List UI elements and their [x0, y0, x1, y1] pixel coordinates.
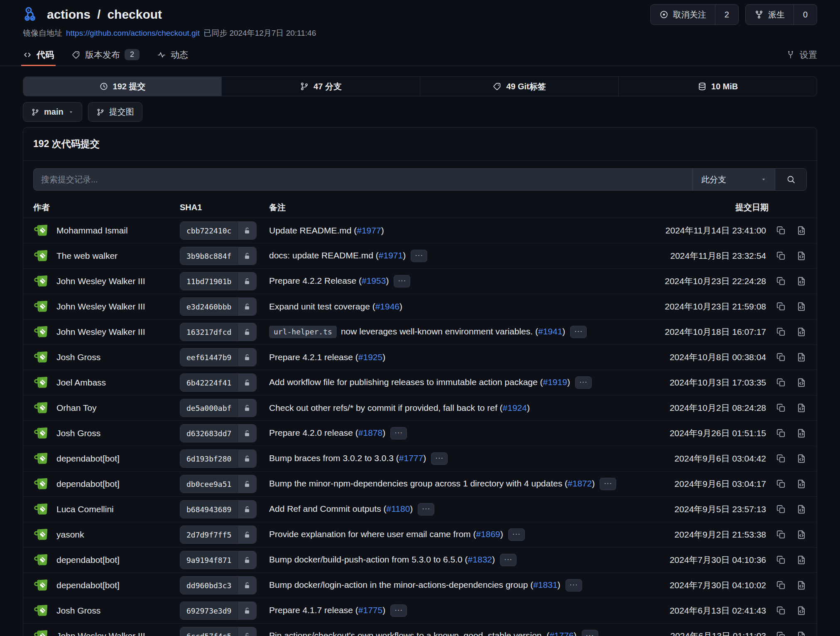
repo-owner-link[interactable]: actions: [47, 7, 91, 22]
issue-link[interactable]: #1180: [386, 504, 410, 513]
search-submit-button[interactable]: [775, 169, 806, 190]
fork-button[interactable]: 派生 0: [745, 4, 817, 25]
browse-source-button[interactable]: [796, 453, 807, 464]
commit-author[interactable]: Josh Gross: [33, 425, 180, 442]
tab-code[interactable]: 代码: [23, 44, 54, 66]
issue-link[interactable]: #1925: [358, 352, 382, 362]
issue-link[interactable]: #1831: [533, 580, 557, 589]
forks-count[interactable]: 0: [793, 5, 817, 25]
browse-source-button[interactable]: [796, 327, 807, 337]
tab-settings[interactable]: 设置: [786, 44, 817, 66]
issue-link[interactable]: #1953: [362, 276, 386, 285]
issue-link[interactable]: #1869: [476, 529, 500, 539]
copy-sha-button[interactable]: [776, 605, 786, 616]
sha-value[interactable]: 6ccd57f4c5: [180, 627, 238, 636]
sha-chip[interactable]: cbb722410c: [180, 221, 257, 240]
issue-link[interactable]: #1946: [375, 302, 399, 311]
sha-chip[interactable]: 163217dfcd: [180, 323, 257, 341]
browse-source-button[interactable]: [796, 225, 807, 236]
copy-sha-button[interactable]: [776, 428, 786, 439]
sha-value[interactable]: 692973e3d9: [180, 602, 238, 619]
sha-value[interactable]: b684943689: [180, 501, 238, 518]
browse-source-button[interactable]: [796, 504, 807, 515]
more-button[interactable]: ···: [431, 452, 448, 465]
more-button[interactable]: ···: [508, 528, 525, 541]
mirror-url-link[interactable]: https://github.com/actions/checkout.git: [66, 29, 200, 38]
watchers-count[interactable]: 2: [715, 5, 738, 25]
sha-chip[interactable]: 6d193bf280: [180, 449, 257, 468]
sha-chip[interactable]: 6ccd57f4c5: [180, 627, 257, 636]
branch-selector[interactable]: main: [23, 102, 82, 122]
sha-chip[interactable]: 9a9194f871: [180, 551, 257, 569]
browse-source-button[interactable]: [796, 352, 807, 363]
sha-value[interactable]: e3d2460bbb: [180, 298, 238, 315]
repo-name-link[interactable]: checkout: [107, 7, 162, 22]
sha-value[interactable]: eef61447b9: [180, 349, 238, 366]
commit-author[interactable]: Mohammad Ismail: [33, 222, 180, 239]
issue-link[interactable]: #1924: [503, 403, 527, 413]
branch-filter-select[interactable]: 此分支: [693, 169, 775, 190]
sha-value[interactable]: dd960bd3c3: [180, 577, 238, 594]
commit-author[interactable]: dependabot[bot]: [33, 476, 180, 492]
sha-chip[interactable]: db0cee9a51: [180, 475, 257, 493]
browse-source-button[interactable]: [796, 529, 807, 540]
commit-author[interactable]: Luca Comellini: [33, 501, 180, 518]
more-button[interactable]: ···: [390, 604, 407, 617]
sha-chip[interactable]: 2d7d9f7ff5: [180, 525, 257, 544]
sha-chip[interactable]: d632683dd7: [180, 424, 257, 442]
commit-author[interactable]: John Wesley Walker III: [33, 324, 180, 340]
browse-source-button[interactable]: [796, 276, 807, 287]
stat-branches[interactable]: 47 分支: [222, 77, 420, 96]
sha-chip[interactable]: 3b9b8c884f: [180, 247, 257, 265]
sha-value[interactable]: db0cee9a51: [180, 475, 238, 493]
search-input[interactable]: [34, 169, 693, 190]
copy-sha-button[interactable]: [776, 276, 786, 287]
sha-value[interactable]: 2d7d9f7ff5: [180, 526, 238, 543]
commit-author[interactable]: Josh Gross: [33, 602, 180, 619]
copy-sha-button[interactable]: [776, 504, 786, 515]
browse-source-button[interactable]: [796, 555, 807, 565]
browse-source-button[interactable]: [796, 428, 807, 439]
more-button[interactable]: ···: [566, 579, 582, 592]
more-button[interactable]: ···: [582, 630, 598, 636]
more-button[interactable]: ···: [600, 478, 616, 490]
browse-source-button[interactable]: [796, 250, 807, 261]
more-button[interactable]: ···: [418, 503, 434, 516]
commit-author[interactable]: John Wesley Walker III: [33, 273, 180, 290]
sha-value[interactable]: cbb722410c: [180, 222, 238, 239]
commit-author[interactable]: dependabot[bot]: [33, 450, 180, 467]
issue-link[interactable]: #1878: [358, 428, 382, 437]
issue-link[interactable]: #1832: [468, 555, 492, 564]
sha-value[interactable]: 3b9b8c884f: [180, 247, 238, 265]
browse-source-button[interactable]: [796, 605, 807, 616]
issue-link[interactable]: #1941: [538, 327, 562, 336]
commit-author[interactable]: yasonk: [33, 526, 180, 543]
copy-sha-button[interactable]: [776, 631, 786, 636]
copy-sha-button[interactable]: [776, 327, 786, 337]
sha-chip[interactable]: dd960bd3c3: [180, 576, 257, 594]
tab-activity[interactable]: 动态: [157, 44, 188, 66]
more-button[interactable]: ···: [411, 250, 427, 262]
copy-sha-button[interactable]: [776, 225, 786, 236]
browse-source-button[interactable]: [796, 377, 807, 388]
sha-value[interactable]: 11bd71901b: [180, 273, 238, 290]
sha-value[interactable]: de5a000abf: [180, 399, 238, 417]
more-button[interactable]: ···: [570, 326, 587, 338]
more-button[interactable]: ···: [500, 554, 517, 566]
issue-link[interactable]: #1977: [357, 226, 381, 235]
stat-commits[interactable]: 192 提交: [23, 77, 222, 96]
commit-author[interactable]: dependabot[bot]: [33, 577, 180, 594]
stat-tags[interactable]: 49 Git标签: [420, 77, 619, 96]
stat-size[interactable]: 10 MiB: [619, 77, 817, 96]
copy-sha-button[interactable]: [776, 555, 786, 565]
issue-link[interactable]: #1872: [568, 479, 592, 488]
sha-chip[interactable]: e3d2460bbb: [180, 297, 257, 316]
sha-chip[interactable]: 692973e3d9: [180, 602, 257, 620]
browse-source-button[interactable]: [796, 479, 807, 489]
browse-source-button[interactable]: [796, 403, 807, 413]
commit-author[interactable]: Joel Ambass: [33, 374, 180, 391]
more-button[interactable]: ···: [394, 275, 410, 287]
tab-releases[interactable]: 版本发布 2: [71, 44, 140, 66]
issue-link[interactable]: #1775: [358, 605, 382, 615]
commit-author[interactable]: Orhan Toy: [33, 400, 180, 416]
